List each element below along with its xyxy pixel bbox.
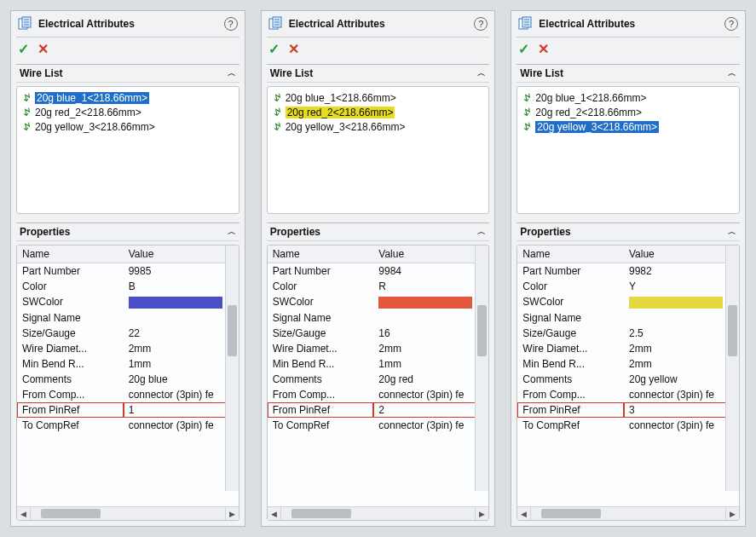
- vertical-scrollbar[interactable]: [725, 245, 739, 491]
- property-value[interactable]: 20g yellow: [624, 372, 739, 387]
- property-row[interactable]: Comments20g blue: [17, 372, 239, 387]
- property-value[interactable]: 1mm: [124, 356, 239, 372]
- scroll-right-icon[interactable]: ▶: [225, 507, 239, 520]
- property-value[interactable]: 3: [624, 402, 739, 418]
- property-value[interactable]: [624, 294, 739, 310]
- wire-item[interactable]: ↯20g yellow_3<218.66mm>: [519, 119, 737, 134]
- wirelist-header[interactable]: Wire List ︿: [16, 64, 239, 83]
- property-row[interactable]: Part Number9984: [268, 263, 489, 280]
- property-value[interactable]: [124, 310, 239, 326]
- property-row[interactable]: To CompRefconnector (3pin) fe: [517, 418, 739, 433]
- property-row[interactable]: Min Bend R...1mm: [268, 356, 489, 372]
- vertical-scrollbar[interactable]: [225, 245, 239, 491]
- wire-item[interactable]: ↯ 20g red_2<218.66mm>: [19, 105, 237, 119]
- scroll-left-icon[interactable]: ◀: [517, 507, 531, 520]
- property-value[interactable]: [124, 294, 239, 310]
- property-row[interactable]: From Comp...connector (3pin) fe: [517, 387, 739, 402]
- property-row[interactable]: Wire Diamet...2mm: [17, 341, 239, 356]
- property-value[interactable]: connector (3pin) fe: [624, 418, 739, 433]
- property-value[interactable]: connector (3pin) fe: [373, 387, 488, 402]
- property-value[interactable]: 2mm: [624, 341, 739, 356]
- property-row[interactable]: ColorR: [268, 279, 489, 294]
- property-value[interactable]: 9984: [373, 263, 488, 280]
- properties-header[interactable]: Properties ︿: [16, 222, 239, 241]
- ok-button[interactable]: ✓: [518, 41, 529, 57]
- property-row[interactable]: SWColor: [17, 294, 239, 310]
- property-value[interactable]: R: [373, 279, 488, 294]
- property-value[interactable]: [624, 310, 739, 326]
- property-value[interactable]: 2mm: [624, 356, 739, 372]
- property-value[interactable]: 20g blue: [124, 372, 239, 387]
- property-row[interactable]: From Comp...connector (3pin) fe: [17, 387, 239, 402]
- ok-button[interactable]: ✓: [268, 41, 280, 57]
- wire-item[interactable]: ↯20g red_2<218.66mm>: [269, 105, 488, 119]
- property-value[interactable]: connector (3pin) fe: [124, 387, 239, 402]
- property-value[interactable]: 1mm: [373, 356, 488, 372]
- horizontal-scrollbar[interactable]: ◀ ▶: [17, 506, 239, 520]
- property-row[interactable]: From PinRef3: [517, 402, 739, 418]
- property-row[interactable]: Signal Name: [268, 310, 489, 326]
- col-name[interactable]: Name: [268, 245, 374, 263]
- property-value[interactable]: 9982: [624, 263, 739, 280]
- property-row[interactable]: From PinRef1: [17, 402, 239, 418]
- wirelist-header[interactable]: Wire List ︿: [517, 64, 740, 83]
- property-row[interactable]: Wire Diamet...2mm: [268, 341, 489, 356]
- property-row[interactable]: ColorB: [17, 279, 239, 294]
- property-row[interactable]: Min Bend R...1mm: [17, 356, 239, 372]
- cancel-button[interactable]: ✕: [288, 41, 299, 57]
- property-value[interactable]: 2mm: [124, 341, 239, 356]
- property-value[interactable]: 1: [124, 402, 239, 418]
- col-value[interactable]: Value: [624, 245, 739, 263]
- scroll-left-icon[interactable]: ◀: [17, 507, 31, 520]
- wire-item[interactable]: ↯20g red_2<218.66mm>: [519, 105, 737, 119]
- cancel-button[interactable]: ✕: [538, 41, 549, 57]
- property-value[interactable]: 22: [124, 326, 239, 341]
- property-row[interactable]: Wire Diamet...2mm: [517, 341, 739, 356]
- property-value[interactable]: 9985: [124, 263, 239, 280]
- property-value[interactable]: 2mm: [373, 341, 488, 356]
- vertical-scrollbar[interactable]: [475, 245, 488, 491]
- scroll-right-icon[interactable]: ▶: [725, 507, 739, 520]
- col-name[interactable]: Name: [17, 245, 124, 263]
- property-value[interactable]: connector (3pin) fe: [624, 387, 739, 402]
- horizontal-scrollbar[interactable]: ◀▶: [268, 506, 489, 520]
- property-value[interactable]: connector (3pin) fe: [373, 418, 488, 433]
- property-row[interactable]: Comments20g yellow: [517, 372, 739, 387]
- property-row[interactable]: Size/Gauge2.5: [517, 326, 739, 341]
- property-value[interactable]: 20g red: [373, 372, 488, 387]
- property-row[interactable]: Size/Gauge22: [17, 326, 239, 341]
- help-button[interactable]: ?: [474, 17, 488, 31]
- horizontal-scrollbar[interactable]: ◀▶: [517, 506, 739, 520]
- scroll-left-icon[interactable]: ◀: [268, 507, 281, 520]
- scroll-right-icon[interactable]: ▶: [475, 507, 488, 520]
- property-value[interactable]: 2: [373, 402, 488, 418]
- property-value[interactable]: Y: [624, 279, 739, 294]
- help-button[interactable]: ?: [724, 17, 738, 31]
- property-value[interactable]: connector (3pin) fe: [124, 418, 239, 433]
- property-row[interactable]: From Comp...connector (3pin) fe: [268, 387, 489, 402]
- property-row[interactable]: Signal Name: [17, 310, 239, 326]
- properties-header[interactable]: Properties ︿: [517, 222, 740, 241]
- properties-header[interactable]: Properties ︿: [267, 222, 490, 241]
- property-row[interactable]: Size/Gauge16: [268, 326, 489, 341]
- col-name[interactable]: Name: [517, 245, 624, 263]
- wire-item[interactable]: ↯20g yellow_3<218.66mm>: [269, 119, 488, 134]
- property-row[interactable]: Part Number9985: [17, 263, 239, 280]
- wirelist-header[interactable]: Wire List ︿: [267, 64, 490, 83]
- wire-item[interactable]: ↯20g blue_1<218.66mm>: [519, 90, 737, 105]
- help-button[interactable]: ?: [224, 17, 238, 31]
- property-row[interactable]: From PinRef2: [268, 402, 489, 418]
- property-row[interactable]: ColorY: [517, 279, 739, 294]
- property-value[interactable]: [373, 294, 488, 310]
- col-value[interactable]: Value: [373, 245, 488, 263]
- property-value[interactable]: 2.5: [624, 326, 739, 341]
- property-row[interactable]: Comments20g red: [268, 372, 489, 387]
- property-row[interactable]: Min Bend R...2mm: [517, 356, 739, 372]
- property-row[interactable]: To CompRefconnector (3pin) fe: [268, 418, 489, 433]
- cancel-button[interactable]: ✕: [38, 41, 49, 57]
- wire-item[interactable]: ↯ 20g yellow_3<218.66mm>: [19, 119, 237, 134]
- property-row[interactable]: SWColor: [268, 294, 489, 310]
- property-row[interactable]: Signal Name: [517, 310, 739, 326]
- wire-item[interactable]: ↯20g blue_1<218.66mm>: [269, 90, 488, 105]
- property-value[interactable]: [373, 310, 488, 326]
